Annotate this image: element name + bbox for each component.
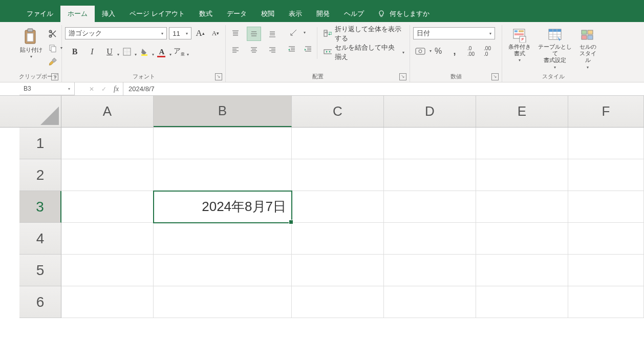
cell-E3[interactable]	[476, 191, 568, 223]
align-left-button[interactable]	[229, 44, 242, 57]
formula-input[interactable]: 2024/8/7	[123, 82, 644, 95]
row-header-5[interactable]: 5	[19, 255, 61, 286]
cell-E5[interactable]	[476, 255, 568, 286]
cell-F6[interactable]	[568, 286, 644, 318]
enter-formula-button[interactable]: ✓	[101, 86, 106, 93]
select-all-corner[interactable]	[19, 96, 61, 127]
align-right-button[interactable]	[266, 44, 279, 57]
cell-C2[interactable]	[292, 159, 384, 191]
align-top-button[interactable]	[229, 27, 242, 40]
clipboard-launcher[interactable]: ↘	[51, 73, 58, 80]
cell-E6[interactable]	[476, 286, 568, 318]
cell-A1[interactable]	[61, 128, 154, 159]
font-size-selector[interactable]: 11 ▾	[169, 27, 191, 39]
cell-D2[interactable]	[384, 159, 476, 191]
column-header-C[interactable]: C	[292, 96, 384, 127]
cell-B5[interactable]	[154, 255, 292, 286]
tab-help[interactable]: ヘルプ	[337, 6, 371, 22]
column-header-A[interactable]: A	[61, 96, 154, 127]
cell-D5[interactable]	[384, 255, 476, 286]
alignment-launcher[interactable]: ↘	[399, 73, 406, 80]
align-bottom-button[interactable]	[266, 27, 279, 40]
number-launcher[interactable]: ↘	[491, 73, 499, 80]
font-launcher[interactable]: ↘	[215, 73, 222, 80]
cell-F1[interactable]	[568, 128, 644, 159]
increase-decimal-button[interactable]: .0.00	[465, 46, 477, 57]
cell-C4[interactable]	[292, 223, 384, 255]
cell-styles-button[interactable]: セルの スタイル ▾	[576, 27, 599, 71]
tab-home[interactable]: ホーム	[60, 6, 95, 22]
cell-C5[interactable]	[292, 255, 384, 286]
cell-E4[interactable]	[476, 223, 568, 255]
align-center-button[interactable]	[247, 44, 261, 57]
cell-A4[interactable]	[61, 223, 154, 255]
cell-F3[interactable]	[568, 191, 644, 223]
font-name-selector[interactable]: 游ゴシック ▾	[65, 27, 167, 39]
row-header-4[interactable]: 4	[19, 223, 61, 255]
decrease-indent-button[interactable]	[286, 44, 297, 55]
cell-A5[interactable]	[61, 255, 154, 286]
tab-view[interactable]: 表示	[282, 6, 309, 22]
decrease-font-button[interactable]: A▾	[209, 27, 222, 39]
cancel-formula-button[interactable]: ✕	[89, 86, 94, 93]
format-as-table-button[interactable]: テーブルとして 書式設定 ▾	[537, 27, 573, 71]
tab-file[interactable]: ファイル	[19, 6, 60, 22]
row-header-6[interactable]: 6	[19, 286, 61, 318]
tab-formulas[interactable]: 数式	[192, 6, 220, 22]
cell-D4[interactable]	[384, 223, 476, 255]
cell-B2[interactable]	[154, 159, 292, 191]
cell-D1[interactable]	[384, 128, 476, 159]
cell-F2[interactable]	[568, 159, 644, 191]
font-color-button[interactable]: A ▾	[155, 46, 168, 58]
insert-function-button[interactable]: fx	[114, 85, 119, 93]
orientation-button[interactable]: ▾	[286, 27, 302, 38]
cell-E2[interactable]	[476, 159, 568, 191]
cell-D3[interactable]	[384, 191, 476, 223]
comma-button[interactable]: ,	[449, 46, 460, 57]
wrap-text-button[interactable]: ab 折り返して全体を表示する	[321, 27, 406, 40]
cell-B3[interactable]: 2024年8月7日	[154, 191, 292, 223]
copy-button[interactable]: ▾	[47, 43, 58, 54]
bold-button[interactable]: B	[68, 46, 81, 58]
cell-A3[interactable]	[61, 191, 154, 223]
cell-C6[interactable]	[292, 286, 384, 318]
number-format-selector[interactable]: 日付 ▾	[413, 27, 495, 39]
tab-insert[interactable]: 挿入	[95, 6, 122, 22]
cell-A2[interactable]	[61, 159, 154, 191]
tab-data[interactable]: データ	[220, 6, 254, 22]
cell-C3[interactable]	[292, 191, 384, 223]
tab-page-layout[interactable]: ページ レイアウト	[122, 6, 192, 22]
format-painter-button[interactable]	[47, 57, 58, 68]
cut-button[interactable]	[47, 28, 58, 39]
cell-F5[interactable]	[568, 255, 644, 286]
cell-B1[interactable]	[154, 128, 292, 159]
cell-E1[interactable]	[476, 128, 568, 159]
tab-review[interactable]: 校閲	[254, 6, 282, 22]
decrease-decimal-button[interactable]: .00.0	[482, 46, 493, 57]
column-header-D[interactable]: D	[384, 96, 476, 127]
name-box[interactable]: B3 ▾	[19, 82, 75, 95]
column-header-F[interactable]: F	[568, 96, 644, 127]
tab-developer[interactable]: 開発	[309, 6, 337, 22]
underline-button[interactable]: U▾	[103, 46, 116, 58]
tell-me-search[interactable]: 何をしますか	[371, 6, 436, 22]
conditional-format-button[interactable]: ≠ 条件付き 書式 ▾	[505, 27, 534, 64]
fill-color-button[interactable]: ▾	[138, 46, 151, 58]
cell-F4[interactable]	[568, 223, 644, 255]
column-header-B[interactable]: B	[154, 96, 292, 127]
row-header-3[interactable]: 3	[19, 191, 61, 223]
borders-button[interactable]: ▾	[120, 46, 134, 58]
cell-D6[interactable]	[384, 286, 476, 318]
accounting-format-button[interactable]: ▾	[413, 46, 427, 57]
italic-button[interactable]: I	[85, 46, 99, 58]
row-header-1[interactable]: 1	[19, 128, 61, 159]
cell-C1[interactable]	[292, 128, 384, 159]
percent-button[interactable]: %	[433, 46, 444, 57]
column-header-E[interactable]: E	[476, 96, 568, 127]
paste-button[interactable]: 貼り付け ▾	[18, 27, 44, 60]
phonetic-button[interactable]: ア亜 ▾	[173, 46, 186, 58]
merge-center-button[interactable]: セルを結合して中央揃え ▾	[321, 46, 406, 59]
cell-B6[interactable]	[154, 286, 292, 318]
increase-indent-button[interactable]	[303, 44, 314, 55]
cell-A6[interactable]	[61, 286, 154, 318]
